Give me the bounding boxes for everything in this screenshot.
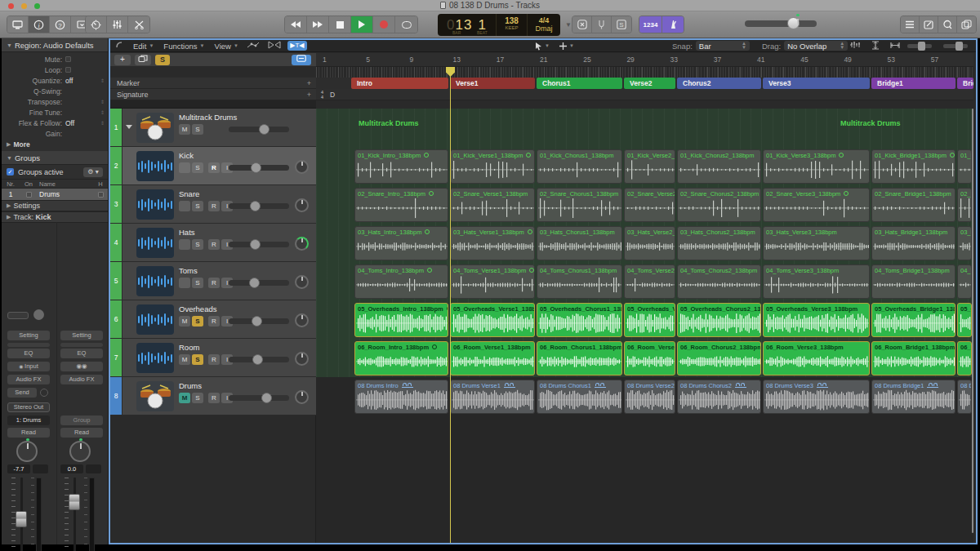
solo-button[interactable]: S xyxy=(192,316,203,327)
region-snare-5[interactable]: 02_Snare_Verse3_138bpm xyxy=(763,188,870,222)
track-header-overheads[interactable]: 6OverheadsMSRI xyxy=(110,300,316,339)
mute-button[interactable]: M xyxy=(179,393,190,403)
group-row-drums[interactable]: 1 Drums xyxy=(2,189,108,200)
mixer-button[interactable] xyxy=(107,16,128,33)
region-hats-5[interactable]: 03_Hats_Verse3_138bpm xyxy=(763,226,870,260)
region-toms-3[interactable]: 04_Toms_Verse2_138bpm xyxy=(624,264,675,299)
automation-mode-button[interactable]: Read xyxy=(60,428,103,438)
eq-slot-button[interactable]: EQ xyxy=(60,349,103,358)
automation-mode-button[interactable]: Read xyxy=(7,428,50,438)
count-in-button[interactable]: 1234 xyxy=(639,16,662,33)
solo-button[interactable]: S xyxy=(192,354,203,365)
region-hats-2[interactable]: 03_Hats_Chorus1_138bpm xyxy=(537,226,622,260)
flex-icon[interactable] xyxy=(268,41,281,51)
edit-menu[interactable]: Edit▼ xyxy=(133,42,154,51)
region-toms-6[interactable]: 04_Toms_Bridge1_138bpm xyxy=(871,264,956,299)
record-enable-button[interactable]: R xyxy=(208,316,220,327)
lcd-display[interactable]: 0 13 1 BAR BEAT 138 KEEP 4/4 Dmaj ▼ xyxy=(438,14,560,36)
volume-fader[interactable] xyxy=(74,478,76,551)
record-enable-button[interactable]: R xyxy=(208,354,220,365)
record-enable-button[interactable]: R xyxy=(208,393,220,403)
region-kick-7[interactable]: 01_Kick_Bridge2_138bpm xyxy=(957,149,972,184)
track-volume-knob[interactable] xyxy=(252,354,263,365)
eq-slot-button[interactable]: EQ xyxy=(7,349,50,358)
vertical-auto-zoom-button[interactable] xyxy=(871,41,880,51)
snap-dropdown[interactable]: Bar▲▼ xyxy=(696,41,750,51)
bar-ruler[interactable]: 159131721252933374145495357 xyxy=(316,53,973,67)
region-room-0[interactable]: 06_Room_Intro_138bpm xyxy=(354,341,448,375)
view-menu[interactable]: View▼ xyxy=(214,42,238,51)
quick-help-button[interactable]: ? xyxy=(50,16,71,33)
horizontal-auto-zoom-button[interactable] xyxy=(890,42,900,51)
region-param-mute[interactable]: Mute: xyxy=(2,54,108,64)
loop-browser-button[interactable] xyxy=(938,16,957,33)
region-kick-3[interactable]: 01_Kick_Verse2_138bpm xyxy=(624,149,675,184)
waveform-icon[interactable] xyxy=(136,304,174,335)
region-room-6[interactable]: 06_Room_Bridge1_138bpm xyxy=(871,341,956,375)
volume-value[interactable]: 0.0 xyxy=(60,464,83,473)
arrangement-marker-row[interactable]: IntroVerse1Chorus1Verse2Chorus2Verse3Bri… xyxy=(316,78,973,89)
region-drums-6[interactable]: 08 Drums Bridge1 xyxy=(871,380,956,414)
mute-button[interactable] xyxy=(179,201,190,211)
groups-settings-disclosure[interactable]: ▶Settings xyxy=(2,200,108,211)
region-toms-2[interactable]: 04_Toms_Chorus1_138bpm xyxy=(537,264,622,299)
editors-button[interactable] xyxy=(128,16,149,33)
strip-top-knob[interactable] xyxy=(33,309,44,320)
automation-icon[interactable] xyxy=(247,41,260,51)
stop-button[interactable] xyxy=(329,16,351,33)
disclosure-triangle-icon[interactable] xyxy=(126,125,132,129)
track-inspector-header[interactable]: ▶Track: Kick xyxy=(2,211,108,223)
pan-knob[interactable] xyxy=(295,352,309,366)
browsers-button[interactable]: ♪ xyxy=(957,16,976,33)
region-param-gain[interactable]: Gain: xyxy=(2,128,108,139)
track-solo-mode-button[interactable]: S xyxy=(155,55,170,65)
groups-active-row[interactable]: ✓ Groups active ⚙ ▾ xyxy=(2,165,108,179)
command-click-tool-menu[interactable]: ▼ xyxy=(559,42,574,51)
signature-global-track[interactable]: Signature+ xyxy=(110,89,316,100)
marker-global-track[interactable]: Marker+ xyxy=(110,78,316,89)
track-header-hats[interactable]: 4HatsSRI xyxy=(110,224,316,262)
region-param-q-swing[interactable]: Q-Swing: xyxy=(2,86,108,96)
region-kick-2[interactable]: 01_Kick_Chorus1_138bpm xyxy=(537,149,622,184)
arrangement-marker-chorus1[interactable]: Chorus1 xyxy=(537,78,622,89)
group-slot-button[interactable]: Group xyxy=(60,415,103,425)
solo-button[interactable]: S xyxy=(192,239,203,250)
pan-knob[interactable] xyxy=(295,390,309,404)
waveform-zoom-button[interactable] xyxy=(849,41,861,51)
track-name[interactable]: Drums xyxy=(179,381,202,390)
stepper-icon[interactable]: ⇕ xyxy=(100,99,105,104)
group-on-checkbox[interactable] xyxy=(26,192,32,198)
track-volume-slider[interactable] xyxy=(229,127,289,132)
region-kick-5[interactable]: 01_Kick_Verse3_138bpm xyxy=(763,149,870,184)
audio-fx-slot-button[interactable]: Audio FX xyxy=(60,375,103,384)
track-name[interactable]: Room xyxy=(179,343,199,352)
region-overheads-5[interactable]: 05_Overheads_Verse3_138bpm xyxy=(763,303,870,337)
track-name[interactable]: Snare xyxy=(179,189,199,198)
region-snare-3[interactable]: 02_Snare_Verse2_138bpm xyxy=(624,188,675,222)
track-name[interactable]: Multitrack Drums xyxy=(179,113,237,122)
volume-fader-thumb[interactable] xyxy=(69,494,80,510)
arrangement-marker-verse1[interactable]: Verse1 xyxy=(450,78,535,89)
region-toms-4[interactable]: 04_Toms_Chorus2_138bpm xyxy=(677,264,761,299)
horizontal-zoom-slider[interactable] xyxy=(943,44,968,48)
pan-knob[interactable] xyxy=(295,198,309,212)
region-snare-4[interactable]: 02_Snare_Chorus2_138bpm xyxy=(677,188,761,222)
metronome-button[interactable] xyxy=(662,16,684,33)
groups-active-checkbox[interactable]: ✓ xyxy=(7,168,14,176)
param-value[interactable]: Off xyxy=(65,119,74,127)
pan-knob[interactable] xyxy=(295,313,309,327)
solo-button[interactable]: S xyxy=(192,393,203,403)
track-header-room[interactable]: 7RoomMSRI xyxy=(110,339,316,377)
region-snare-6[interactable]: 02_Snare_Bridge1_138bpm xyxy=(871,188,956,222)
track-volume-slider[interactable] xyxy=(229,357,289,362)
add-signature-icon[interactable]: + xyxy=(307,91,311,99)
master-volume-knob[interactable] xyxy=(787,17,800,29)
track-header-kick[interactable]: 2KickSRI xyxy=(110,147,316,185)
waveform-icon[interactable] xyxy=(136,266,174,296)
region-overheads-3[interactable]: 05_Overheads_Verse2_138bpm xyxy=(624,303,675,337)
left-click-tool-menu[interactable]: ▼ xyxy=(535,42,550,51)
list-editors-button[interactable] xyxy=(901,16,920,33)
region-snare-0[interactable]: 02_Snare_Intro_138bpm xyxy=(354,188,448,222)
region-drums-1[interactable]: 08 Drums Verse1 xyxy=(450,380,535,414)
region-hats-1[interactable]: 03_Hats_Verse1_138bpm xyxy=(450,226,535,260)
